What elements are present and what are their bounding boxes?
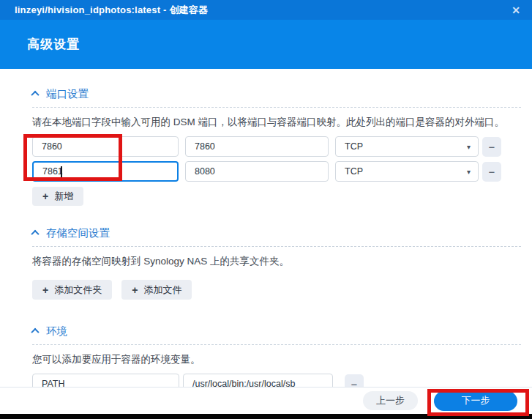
chevron-up-icon: [31, 328, 39, 336]
dialog-body: 端口设置 请在本地端口字段中输入可用的 DSM 端口，以将端口与容器端口映射。此…: [0, 69, 532, 387]
separator: [32, 344, 521, 345]
caret-down-icon: ▾: [467, 168, 471, 176]
ports-description: 请在本地端口字段中输入可用的 DSM 端口，以将端口与容器端口映射。此处列出的端…: [32, 116, 521, 128]
dialog-title: 高级设置: [27, 36, 80, 53]
text-cursor: [61, 166, 62, 177]
add-file-label: 添加文件: [143, 283, 181, 297]
section-ports-title: 端口设置: [46, 87, 89, 101]
chevron-up-icon: [31, 91, 39, 99]
protocol-select[interactable]: TCP ▾: [335, 136, 479, 157]
bottom-strip: [0, 414, 532, 419]
add-port-label: 新增: [54, 190, 73, 203]
env-name-input[interactable]: [32, 374, 179, 387]
add-port-button[interactable]: + 新增: [32, 187, 83, 206]
port-mapping-row: TCP ▾ −: [32, 136, 521, 157]
plus-icon: +: [42, 284, 48, 296]
caret-down-icon: ▾: [467, 143, 471, 151]
container-port-input[interactable]: [185, 136, 329, 157]
add-folder-button[interactable]: + 添加文件夹: [32, 280, 112, 300]
local-port-input[interactable]: [32, 161, 179, 182]
port-mapping-row: TCP ▾ −: [32, 161, 521, 182]
next-button[interactable]: 下一步: [434, 391, 517, 411]
separator: [32, 246, 521, 247]
chevron-up-icon: [31, 230, 39, 238]
plus-icon: +: [42, 190, 48, 202]
add-file-button[interactable]: + 添加文件: [121, 280, 192, 300]
close-icon[interactable]: ✕: [509, 4, 522, 17]
dialog-footer: 上一步 下一步: [0, 387, 532, 414]
env-value-input[interactable]: [183, 374, 333, 387]
section-env-header[interactable]: 环境: [32, 325, 521, 338]
add-folder-label: 添加文件夹: [54, 283, 102, 297]
window-title: linzeyi/hivision_idphotos:latest - 创建容器: [15, 4, 208, 17]
dialog-header: 高级设置: [0, 20, 532, 69]
back-button[interactable]: 上一步: [363, 391, 418, 410]
storage-buttons: + 添加文件夹 + 添加文件: [32, 280, 521, 300]
section-storage-title: 存储空间设置: [46, 226, 110, 240]
protocol-value: TCP: [345, 166, 363, 177]
env-variable-row: −: [32, 374, 521, 387]
section-env-title: 环境: [46, 325, 67, 338]
section-ports-header[interactable]: 端口设置: [32, 87, 521, 100]
section-storage-header[interactable]: 存储空间设置: [32, 226, 521, 240]
local-port-input[interactable]: [32, 136, 179, 157]
remove-port-button[interactable]: −: [482, 137, 501, 157]
storage-description: 将容器的存储空间映射到 Synology NAS 上的共享文件夹。: [32, 255, 521, 267]
env-description: 您可以添加要应用于容器的环境变量。: [32, 353, 521, 366]
titlebar: linzeyi/hivision_idphotos:latest - 创建容器 …: [0, 0, 532, 20]
protocol-select[interactable]: TCP ▾: [335, 161, 479, 182]
container-port-input[interactable]: [185, 161, 329, 182]
plus-icon: +: [132, 284, 138, 296]
protocol-value: TCP: [345, 141, 363, 152]
remove-port-button[interactable]: −: [482, 162, 501, 182]
remove-env-button[interactable]: −: [345, 374, 364, 388]
separator: [32, 107, 521, 108]
